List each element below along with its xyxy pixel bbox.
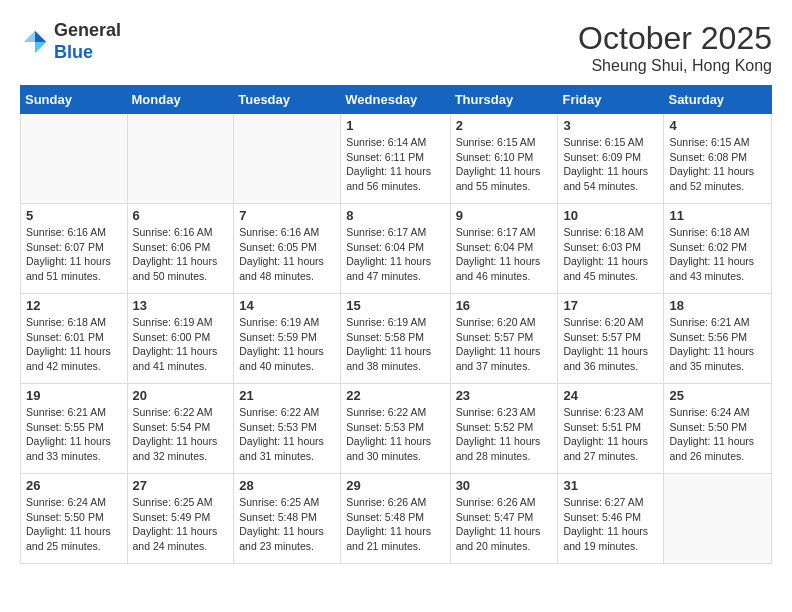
calendar-cell: 28Sunrise: 6:25 AM Sunset: 5:48 PM Dayli…	[234, 474, 341, 564]
cell-info: Sunrise: 6:20 AM Sunset: 5:57 PM Dayligh…	[563, 315, 658, 374]
calendar-cell: 23Sunrise: 6:23 AM Sunset: 5:52 PM Dayli…	[450, 384, 558, 474]
calendar-cell: 15Sunrise: 6:19 AM Sunset: 5:58 PM Dayli…	[341, 294, 450, 384]
cell-info: Sunrise: 6:24 AM Sunset: 5:50 PM Dayligh…	[26, 495, 122, 554]
calendar-cell: 6Sunrise: 6:16 AM Sunset: 6:06 PM Daylig…	[127, 204, 234, 294]
title-block: October 2025 Sheung Shui, Hong Kong	[578, 20, 772, 75]
day-number: 18	[669, 298, 766, 313]
svg-marker-0	[35, 30, 46, 41]
day-number: 22	[346, 388, 444, 403]
logo-blue-text: Blue	[54, 42, 121, 64]
day-number: 20	[133, 388, 229, 403]
day-number: 15	[346, 298, 444, 313]
month-title: October 2025	[578, 20, 772, 57]
cell-info: Sunrise: 6:18 AM Sunset: 6:02 PM Dayligh…	[669, 225, 766, 284]
weekday-header-wednesday: Wednesday	[341, 86, 450, 114]
day-number: 29	[346, 478, 444, 493]
cell-info: Sunrise: 6:21 AM Sunset: 5:56 PM Dayligh…	[669, 315, 766, 374]
day-number: 24	[563, 388, 658, 403]
calendar-cell: 2Sunrise: 6:15 AM Sunset: 6:10 PM Daylig…	[450, 114, 558, 204]
day-number: 5	[26, 208, 122, 223]
weekday-header-sunday: Sunday	[21, 86, 128, 114]
cell-info: Sunrise: 6:26 AM Sunset: 5:47 PM Dayligh…	[456, 495, 553, 554]
day-number: 25	[669, 388, 766, 403]
day-number: 28	[239, 478, 335, 493]
calendar-cell: 8Sunrise: 6:17 AM Sunset: 6:04 PM Daylig…	[341, 204, 450, 294]
cell-info: Sunrise: 6:15 AM Sunset: 6:08 PM Dayligh…	[669, 135, 766, 194]
calendar-cell	[664, 474, 772, 564]
cell-info: Sunrise: 6:25 AM Sunset: 5:48 PM Dayligh…	[239, 495, 335, 554]
calendar-table: SundayMondayTuesdayWednesdayThursdayFrid…	[20, 85, 772, 564]
cell-info: Sunrise: 6:19 AM Sunset: 6:00 PM Dayligh…	[133, 315, 229, 374]
calendar-cell: 27Sunrise: 6:25 AM Sunset: 5:49 PM Dayli…	[127, 474, 234, 564]
day-number: 8	[346, 208, 444, 223]
cell-info: Sunrise: 6:15 AM Sunset: 6:09 PM Dayligh…	[563, 135, 658, 194]
calendar-cell: 29Sunrise: 6:26 AM Sunset: 5:48 PM Dayli…	[341, 474, 450, 564]
calendar-cell: 5Sunrise: 6:16 AM Sunset: 6:07 PM Daylig…	[21, 204, 128, 294]
calendar-cell: 14Sunrise: 6:19 AM Sunset: 5:59 PM Dayli…	[234, 294, 341, 384]
day-number: 16	[456, 298, 553, 313]
calendar-cell: 20Sunrise: 6:22 AM Sunset: 5:54 PM Dayli…	[127, 384, 234, 474]
calendar-cell: 11Sunrise: 6:18 AM Sunset: 6:02 PM Dayli…	[664, 204, 772, 294]
cell-info: Sunrise: 6:27 AM Sunset: 5:46 PM Dayligh…	[563, 495, 658, 554]
weekday-header-monday: Monday	[127, 86, 234, 114]
cell-info: Sunrise: 6:16 AM Sunset: 6:05 PM Dayligh…	[239, 225, 335, 284]
cell-info: Sunrise: 6:24 AM Sunset: 5:50 PM Dayligh…	[669, 405, 766, 464]
day-number: 1	[346, 118, 444, 133]
day-number: 4	[669, 118, 766, 133]
cell-info: Sunrise: 6:26 AM Sunset: 5:48 PM Dayligh…	[346, 495, 444, 554]
day-number: 30	[456, 478, 553, 493]
page-header: General Blue October 2025 Sheung Shui, H…	[20, 20, 772, 75]
calendar-cell: 12Sunrise: 6:18 AM Sunset: 6:01 PM Dayli…	[21, 294, 128, 384]
calendar-cell	[21, 114, 128, 204]
location-subtitle: Sheung Shui, Hong Kong	[578, 57, 772, 75]
svg-marker-1	[35, 42, 46, 53]
week-row-1: 1Sunrise: 6:14 AM Sunset: 6:11 PM Daylig…	[21, 114, 772, 204]
calendar-cell: 26Sunrise: 6:24 AM Sunset: 5:50 PM Dayli…	[21, 474, 128, 564]
day-number: 12	[26, 298, 122, 313]
logo: General Blue	[20, 20, 121, 63]
day-number: 31	[563, 478, 658, 493]
cell-info: Sunrise: 6:22 AM Sunset: 5:53 PM Dayligh…	[239, 405, 335, 464]
day-number: 11	[669, 208, 766, 223]
cell-info: Sunrise: 6:22 AM Sunset: 5:53 PM Dayligh…	[346, 405, 444, 464]
week-row-4: 19Sunrise: 6:21 AM Sunset: 5:55 PM Dayli…	[21, 384, 772, 474]
cell-info: Sunrise: 6:20 AM Sunset: 5:57 PM Dayligh…	[456, 315, 553, 374]
cell-info: Sunrise: 6:21 AM Sunset: 5:55 PM Dayligh…	[26, 405, 122, 464]
calendar-cell: 19Sunrise: 6:21 AM Sunset: 5:55 PM Dayli…	[21, 384, 128, 474]
calendar-cell: 18Sunrise: 6:21 AM Sunset: 5:56 PM Dayli…	[664, 294, 772, 384]
calendar-cell: 13Sunrise: 6:19 AM Sunset: 6:00 PM Dayli…	[127, 294, 234, 384]
cell-info: Sunrise: 6:18 AM Sunset: 6:01 PM Dayligh…	[26, 315, 122, 374]
weekday-header-saturday: Saturday	[664, 86, 772, 114]
day-number: 9	[456, 208, 553, 223]
calendar-cell: 21Sunrise: 6:22 AM Sunset: 5:53 PM Dayli…	[234, 384, 341, 474]
calendar-cell: 30Sunrise: 6:26 AM Sunset: 5:47 PM Dayli…	[450, 474, 558, 564]
calendar-cell: 10Sunrise: 6:18 AM Sunset: 6:03 PM Dayli…	[558, 204, 664, 294]
calendar-cell: 3Sunrise: 6:15 AM Sunset: 6:09 PM Daylig…	[558, 114, 664, 204]
calendar-cell: 17Sunrise: 6:20 AM Sunset: 5:57 PM Dayli…	[558, 294, 664, 384]
cell-info: Sunrise: 6:19 AM Sunset: 5:58 PM Dayligh…	[346, 315, 444, 374]
cell-info: Sunrise: 6:14 AM Sunset: 6:11 PM Dayligh…	[346, 135, 444, 194]
calendar-cell: 22Sunrise: 6:22 AM Sunset: 5:53 PM Dayli…	[341, 384, 450, 474]
day-number: 13	[133, 298, 229, 313]
logo-icon	[20, 27, 50, 57]
cell-info: Sunrise: 6:16 AM Sunset: 6:06 PM Dayligh…	[133, 225, 229, 284]
calendar-cell: 31Sunrise: 6:27 AM Sunset: 5:46 PM Dayli…	[558, 474, 664, 564]
cell-info: Sunrise: 6:17 AM Sunset: 6:04 PM Dayligh…	[346, 225, 444, 284]
cell-info: Sunrise: 6:19 AM Sunset: 5:59 PM Dayligh…	[239, 315, 335, 374]
cell-info: Sunrise: 6:18 AM Sunset: 6:03 PM Dayligh…	[563, 225, 658, 284]
day-number: 3	[563, 118, 658, 133]
calendar-cell	[127, 114, 234, 204]
day-number: 7	[239, 208, 335, 223]
day-number: 14	[239, 298, 335, 313]
cell-info: Sunrise: 6:23 AM Sunset: 5:51 PM Dayligh…	[563, 405, 658, 464]
day-number: 2	[456, 118, 553, 133]
day-number: 17	[563, 298, 658, 313]
weekday-header-row: SundayMondayTuesdayWednesdayThursdayFrid…	[21, 86, 772, 114]
cell-info: Sunrise: 6:23 AM Sunset: 5:52 PM Dayligh…	[456, 405, 553, 464]
week-row-2: 5Sunrise: 6:16 AM Sunset: 6:07 PM Daylig…	[21, 204, 772, 294]
calendar-cell: 16Sunrise: 6:20 AM Sunset: 5:57 PM Dayli…	[450, 294, 558, 384]
calendar-cell: 4Sunrise: 6:15 AM Sunset: 6:08 PM Daylig…	[664, 114, 772, 204]
day-number: 10	[563, 208, 658, 223]
week-row-5: 26Sunrise: 6:24 AM Sunset: 5:50 PM Dayli…	[21, 474, 772, 564]
calendar-cell: 9Sunrise: 6:17 AM Sunset: 6:04 PM Daylig…	[450, 204, 558, 294]
